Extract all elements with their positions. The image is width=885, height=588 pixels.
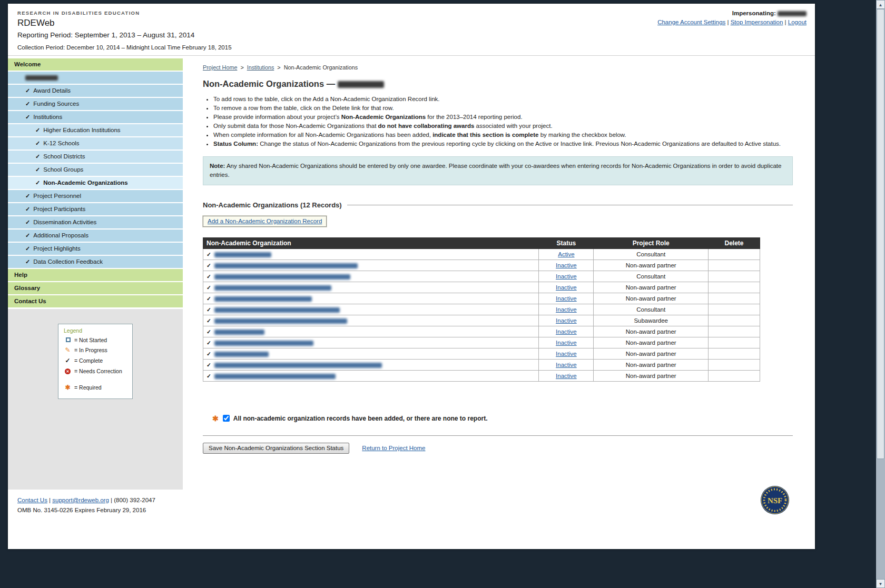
status-link[interactable]: Inactive: [556, 351, 577, 357]
status-link[interactable]: Inactive: [556, 362, 577, 368]
sidebar-item-project-number[interactable]: [8, 72, 183, 84]
complete-check-icon: ✓: [25, 219, 30, 225]
breadcrumb-link-institutions[interactable]: Institutions: [247, 64, 274, 71]
project-role-cell: Non-award partner: [594, 293, 709, 304]
org-name-redacted-link[interactable]: [214, 330, 264, 335]
sidebar-item-dissemination-activities[interactable]: ✓Dissemination Activities: [8, 216, 183, 228]
sidebar-item-project-personnel[interactable]: ✓Project Personnel: [8, 190, 183, 202]
instruction-item: When complete information for all Non-Ac…: [213, 131, 793, 139]
collection-period: Collection Period: December 10, 2014 – M…: [17, 44, 805, 51]
sidebar-item-school-districts[interactable]: ✓School Districts: [8, 151, 183, 163]
scroll-down-icon[interactable]: ▼: [876, 579, 885, 588]
sidebar-lower-panel: Legend = Not Started✎= In Progress✓= Com…: [8, 309, 183, 490]
org-name-redacted-link[interactable]: [214, 363, 382, 368]
complete-check-icon: ✓: [206, 262, 211, 268]
org-name-redacted-link[interactable]: [214, 318, 347, 324]
status-cell: Inactive: [539, 359, 594, 370]
org-name-redacted-link[interactable]: [214, 296, 312, 302]
sidebar-item-project-participants[interactable]: ✓Project Participants: [8, 203, 183, 215]
org-name-cell: ✓: [203, 359, 539, 370]
instruction-item: Only submit data for those Non-Academic …: [213, 122, 793, 130]
complete-check-icon: ✓: [25, 245, 30, 252]
status-cell: Inactive: [539, 304, 594, 315]
complete-check-icon: ✓: [35, 153, 40, 160]
save-section-status-button[interactable]: Save Non-Academic Organizations Section …: [203, 443, 349, 454]
org-name-redacted-link[interactable]: [214, 352, 269, 357]
column-header-project-role: Project Role: [594, 237, 709, 248]
status-link[interactable]: Inactive: [556, 328, 577, 335]
breadcrumb-link-project-home[interactable]: Project Home: [203, 64, 237, 71]
account-link-logout[interactable]: Logout: [788, 19, 807, 25]
table-row: ✓InactiveNon-award partner: [203, 348, 760, 359]
status-cell: Inactive: [539, 326, 594, 337]
table-row: ✓InactiveConsultant: [203, 271, 760, 282]
org-name-cell: ✓: [203, 282, 539, 293]
sidebar-item-data-collection-feedback[interactable]: ✓Data Collection Feedback: [8, 256, 183, 268]
legend-item: = Not Started: [64, 337, 128, 343]
status-link[interactable]: Inactive: [556, 295, 577, 302]
org-name-redacted-link[interactable]: [214, 307, 340, 313]
sidebar-item-k-12-schools[interactable]: ✓K-12 Schools: [8, 137, 183, 150]
complete-check-icon: ✓: [25, 114, 30, 120]
org-table-header-row: Non-Academic OrganizationStatusProject R…: [203, 237, 760, 248]
scrollbar-thumb[interactable]: [877, 9, 884, 459]
delete-cell: [709, 315, 760, 326]
instruction-item: To remove a row from the table, click on…: [213, 104, 793, 112]
org-name-redacted-link[interactable]: [214, 263, 358, 268]
status-link[interactable]: Active: [558, 251, 574, 257]
sidebar-item-contact-us[interactable]: Contact Us: [8, 295, 183, 307]
add-record-button[interactable]: Add a Non-Academic Organization Record: [203, 216, 327, 227]
actions-divider: [203, 435, 793, 436]
sidebar-item-project-highlights[interactable]: ✓Project Highlights: [8, 243, 183, 255]
complete-check-icon: ✓: [206, 273, 211, 280]
status-link[interactable]: Inactive: [556, 262, 577, 268]
sidebar-item-institutions[interactable]: ✓Institutions: [8, 111, 183, 123]
legend-box: Legend = Not Started✎= In Progress✓= Com…: [58, 324, 133, 399]
org-name-redacted-link[interactable]: [214, 374, 336, 379]
sidebar-item-higher-education-institutions[interactable]: ✓Higher Education Institutions: [8, 124, 183, 136]
complete-check-icon: ✓: [35, 140, 40, 146]
completion-label: All non-academic organization records ha…: [233, 415, 488, 422]
vertical-scrollbar[interactable]: ▲ ▼: [876, 0, 885, 588]
records-section-header: Non-Academic Organizations (12 Records): [203, 201, 793, 209]
section-complete-checkbox[interactable]: [223, 415, 230, 422]
org-name-redacted-link[interactable]: [214, 252, 271, 257]
sidebar-item-award-details[interactable]: ✓Award Details: [8, 85, 183, 97]
org-name-redacted-link[interactable]: [214, 341, 313, 346]
account-link-stop-impersonation[interactable]: Stop Impersonation: [731, 19, 783, 25]
column-header-status: Status: [539, 237, 594, 248]
sidebar-item-glossary[interactable]: Glossary: [8, 282, 183, 294]
nsf-logo-text: NSF: [768, 496, 782, 505]
footer-email-link[interactable]: support@rdeweb.org: [52, 497, 109, 503]
status-link[interactable]: Inactive: [556, 284, 577, 291]
note-text: Any shared Non-Academic Organizations sh…: [210, 163, 781, 178]
project-role-cell: Consultant: [594, 304, 709, 315]
footer-contact-link[interactable]: Contact Us: [17, 497, 47, 503]
project-role-cell: Consultant: [594, 271, 709, 282]
status-link[interactable]: Inactive: [556, 317, 577, 324]
status-cell: Inactive: [539, 282, 594, 293]
delete-cell: [709, 326, 760, 337]
sidebar-item-school-groups[interactable]: ✓School Groups: [8, 164, 183, 176]
status-link[interactable]: Inactive: [556, 373, 577, 379]
complete-check-icon: ✓: [35, 127, 40, 133]
status-link[interactable]: Inactive: [556, 306, 577, 313]
org-name-redacted-link[interactable]: [214, 274, 350, 280]
page-title: Non-Academic Organizations —: [203, 79, 793, 89]
sidebar-item-additional-proposals[interactable]: ✓Additional Proposals: [8, 230, 183, 242]
sidebar-item-non-academic-organizations[interactable]: ✓Non-Academic Organizations: [8, 177, 183, 189]
complete-check-icon: ✓: [25, 87, 30, 94]
org-name-redacted-link[interactable]: [214, 285, 331, 291]
status-link[interactable]: Inactive: [556, 340, 577, 346]
table-row: ✓InactiveNon-award partner: [203, 260, 760, 271]
legend-item: ✓= Complete: [64, 357, 128, 364]
account-link-change-account-settings[interactable]: Change Account Settings: [657, 19, 725, 25]
status-link[interactable]: Inactive: [556, 273, 577, 280]
sidebar-item-welcome[interactable]: Welcome: [8, 58, 183, 71]
delete-cell: [709, 282, 760, 293]
sidebar-item-help[interactable]: Help: [8, 269, 183, 281]
org-name-cell: ✓: [203, 315, 539, 326]
return-to-project-home-link[interactable]: Return to Project Home: [362, 445, 425, 451]
sidebar-item-funding-sources[interactable]: ✓Funding Sources: [8, 98, 183, 110]
scroll-up-icon[interactable]: ▲: [876, 0, 885, 9]
